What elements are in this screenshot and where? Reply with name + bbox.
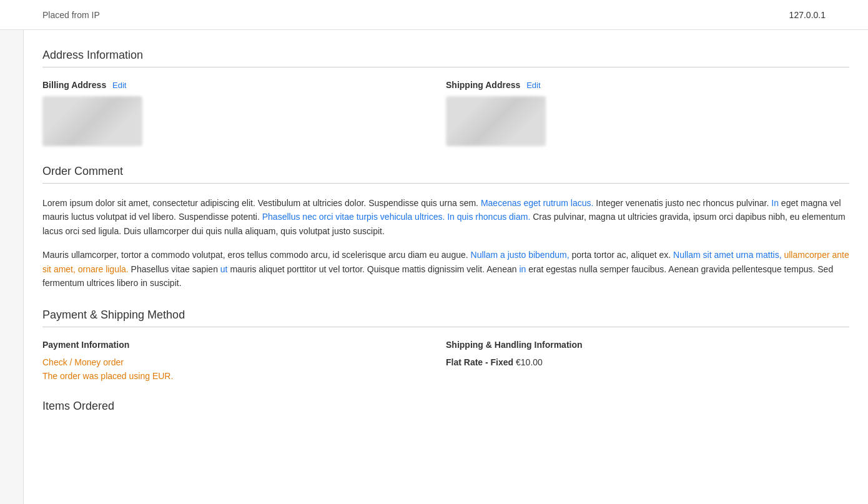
address-section: Address Information Billing Address Edit xyxy=(42,49,849,146)
billing-address-heading: Billing Address Edit xyxy=(42,80,446,90)
order-comment-paragraph2: Mauris ullamcorper, tortor a commodo vol… xyxy=(42,248,849,290)
main-content: Address Information Billing Address Edit xyxy=(24,30,868,504)
address-divider xyxy=(42,67,849,67)
shipping-address-blurred xyxy=(446,96,546,146)
billing-edit-link[interactable]: Edit xyxy=(112,81,126,90)
comment-link-4: In quis rhoncus diam. xyxy=(447,212,530,222)
top-bar: Placed from IP 127.0.0.1 xyxy=(0,0,868,30)
payment-shipping-title: Payment & Shipping Method xyxy=(42,309,849,322)
address-columns: Billing Address Edit Shipping Address Ed… xyxy=(42,80,849,146)
billing-address-blurred xyxy=(42,96,142,146)
order-comment-paragraph1: Lorem ipsum dolor sit amet, consectetur … xyxy=(42,196,849,238)
comment-link-8: ut xyxy=(220,264,228,274)
placed-from-label: Placed from IP xyxy=(42,10,100,20)
comment-link-5: Nullam a justo bibendum, xyxy=(471,250,570,260)
shipping-address-label: Shipping Address xyxy=(446,80,520,90)
placed-from-value: 127.0.0.1 xyxy=(789,10,826,20)
comment-link-6: Nullam sit amet urna mattis, xyxy=(673,250,782,260)
shipping-address-col: Shipping Address Edit xyxy=(446,80,849,146)
shipping-rate-label: Flat Rate - Fixed xyxy=(446,357,513,367)
order-comment-section: Order Comment Lorem ipsum dolor sit amet… xyxy=(42,165,849,290)
shipping-handling-heading: Shipping & Handling Information xyxy=(446,340,849,350)
shipping-edit-link[interactable]: Edit xyxy=(526,81,540,90)
payment-col: Payment Information Check / Money order … xyxy=(42,340,446,381)
items-ordered-section: Items Ordered xyxy=(42,400,849,424)
shipping-rate-value: €10.00 xyxy=(516,357,543,367)
shipping-address-heading: Shipping Address Edit xyxy=(446,80,849,90)
payment-shipping-divider xyxy=(42,327,849,327)
items-ordered-title: Items Ordered xyxy=(42,400,849,413)
billing-address-col: Billing Address Edit xyxy=(42,80,446,146)
comment-link-3: Phasellus nec orci vitae turpis vehicula… xyxy=(262,212,445,222)
payment-note: The order was placed using EUR. xyxy=(42,371,446,381)
comment-link-9: in xyxy=(519,264,526,274)
order-comment-title: Order Comment xyxy=(42,165,849,178)
payment-shipping-section: Payment & Shipping Method Payment Inform… xyxy=(42,309,849,381)
comment-link-2: In xyxy=(771,198,779,208)
payment-shipping-columns: Payment Information Check / Money order … xyxy=(42,340,849,381)
payment-method: Check / Money order xyxy=(42,357,446,367)
payment-info-heading: Payment Information xyxy=(42,340,446,350)
shipping-rate: Flat Rate - Fixed €10.00 xyxy=(446,357,849,367)
address-section-title: Address Information xyxy=(42,49,849,62)
sidebar xyxy=(0,30,24,504)
order-comment-divider xyxy=(42,183,849,184)
comment-link-1: Maecenas eget rutrum lacus. xyxy=(481,198,594,208)
shipping-handling-col: Shipping & Handling Information Flat Rat… xyxy=(446,340,849,381)
billing-address-label: Billing Address xyxy=(42,80,106,90)
